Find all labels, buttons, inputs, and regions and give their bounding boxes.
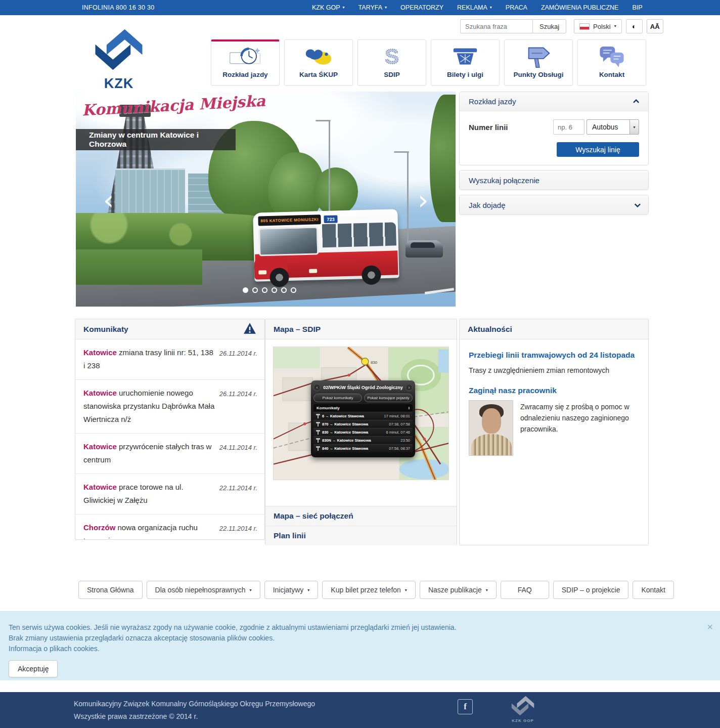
departure-row[interactable]: 870 → Katowice Stawowa 07:38, 07:58 [313, 420, 413, 428]
komunikat-item[interactable]: 22.11.2014 r. Katowice prace torowe na u… [75, 474, 264, 515]
bottom-nav-sdip-o-projekcie[interactable]: SDIP – o projekcie [553, 581, 629, 599]
komunikat-item[interactable]: 26.11.2014 r. Katowice zmiana trasy lini… [75, 339, 264, 380]
glass-building [115, 168, 185, 217]
mapa-sdip-header: Mapa – SDIP [265, 319, 457, 339]
chevron-down-icon: ▾ [486, 588, 488, 592]
bus-wheel [362, 265, 381, 285]
sdip-map-image[interactable]: 830 ‹ 02/WPKiW Śląski Ogród Zoologiczny … [273, 347, 449, 480]
vehicle-type-select[interactable]: Autobus ▼ [587, 119, 639, 135]
show-announcements-button[interactable]: Pokaż komunikaty [313, 394, 362, 402]
tile-karta-skup[interactable]: Karta ŚKUP [284, 39, 353, 85]
cookies-info-link[interactable]: Informacja o plikach cookies. [9, 644, 720, 654]
panel-header-wyszukaj-polaczenie[interactable]: Wyszukaj połączenie [460, 170, 648, 190]
top-menu-reklama[interactable]: REKLAMA▾ [457, 4, 492, 11]
font-size-button[interactable]: AĀ [647, 19, 663, 33]
plan-linii-link[interactable]: Plan linii [265, 526, 457, 545]
komunikat-item[interactable]: 26.11.2014 r. Katowice uruchomienie nowe… [75, 380, 264, 434]
departure-row[interactable]: 830 → Katowice Stawowa 6 minut, 07:46 [313, 428, 413, 436]
aktualnosci-header: Aktualności [460, 319, 648, 339]
button-label: Strona Główna [87, 586, 134, 594]
svg-text:S: S [385, 45, 399, 68]
search-button[interactable]: Szukaj [532, 19, 566, 33]
news-article-title[interactable]: Przebiegi linii tramwajowych od 24 listo… [469, 351, 639, 360]
carousel-dot[interactable] [281, 287, 287, 293]
news-article-text: Trasy z uwzględnieniem zmian remontowych [469, 365, 639, 376]
show-vehicles-button[interactable]: Pokaż kursujące pojazdy [364, 394, 413, 402]
komunikat-item[interactable]: 22.11.2014 r. Chorzów nowa organizacja r… [75, 515, 264, 540]
tile-sdip[interactable]: S SDIP [357, 39, 426, 85]
search-bar: Szukaj Polski ▾ ◐ AĀ [460, 19, 663, 33]
departure-row[interactable]: 6 → Katowice Stawowa 17 minut, 08:01 [313, 412, 413, 420]
widget-announcements-bar[interactable]: Komunikaty i [313, 404, 413, 412]
top-menu-zamowienia[interactable]: ZAMÓWIENIA PUBLICZNE [541, 4, 619, 11]
menu-label: PRACA [506, 4, 527, 11]
tile-label: Bilety i ulgi [431, 71, 499, 78]
section-title: Komunikaty [83, 325, 128, 334]
bottom-nav-niepelnosprawni[interactable]: Dla osób niepełnosprawnych▾ [147, 581, 260, 599]
vehicle-type-value: Autobus [587, 123, 618, 131]
bottom-nav-kup-bilet[interactable]: Kup bilet przez telefon▾ [322, 581, 416, 599]
close-icon[interactable]: × [707, 622, 713, 632]
tile-kontakt[interactable]: Kontakt [577, 39, 646, 85]
carousel-dot[interactable] [291, 287, 296, 293]
komunikat-date: 26.11.2014 r. [219, 388, 257, 401]
top-menu-kzk-gop[interactable]: KZK GOP▾ [312, 4, 345, 11]
tile-rozklad-jazdy[interactable]: Rozkład jazdy [211, 39, 280, 85]
bus-stop-icon [316, 446, 320, 451]
bottom-nav-inicjatywy[interactable]: Inicjatywy▾ [264, 581, 319, 599]
news-article-title[interactable]: Zaginął nasz pracownik [469, 386, 639, 395]
cookies-banner: Ten serwis używa cookies. Jeśli nie wyra… [0, 611, 720, 680]
footer-copyright: Wszystkie prawa zastrzeżone © 2014 r. [74, 710, 315, 723]
top-menu-praca[interactable]: PRACA [506, 4, 527, 11]
bottom-nav-publikacje[interactable]: Nasze publikacje▾ [420, 581, 497, 599]
widget-next-arrow[interactable]: › [406, 384, 413, 391]
contrast-icon: ◐ [632, 22, 636, 30]
top-menu-bip[interactable]: BIP [632, 4, 642, 11]
carousel-dots [243, 287, 296, 293]
bottom-nav: Strona Główna Dla osób niepełnosprawnych… [78, 581, 674, 599]
search-line-button[interactable]: Wyszukaj linię [557, 142, 639, 157]
komunikat-item[interactable]: 24.11.2014 r. Katowice przywrócenie stał… [75, 434, 264, 474]
top-menu-taryfa[interactable]: TARYFA▾ [358, 4, 387, 11]
footer-org-name: Komunikacyjny Związek Komunalny Górnoślą… [74, 698, 315, 710]
slide-caption[interactable]: Zmiany w centrum Katowice i Chorzowa [76, 129, 236, 150]
cookies-accept-button[interactable]: Akceptuję [9, 660, 58, 677]
contrast-toggle-button[interactable]: ◐ [626, 19, 643, 33]
departure-time: 23:50 [400, 438, 410, 443]
panel-header-rozklad-jazdy[interactable]: Rozkład jazdy [460, 92, 648, 111]
chat-bubbles-icon [578, 44, 646, 69]
panel-header-jak-dojade[interactable]: Jak dojadę [460, 195, 648, 215]
font-size-icon: AĀ [650, 23, 660, 30]
menu-label: REKLAMA [457, 4, 487, 11]
search-input[interactable] [460, 19, 532, 33]
panel-title: Wyszukaj połączenie [469, 176, 539, 185]
chevron-down-icon: ▾ [490, 6, 492, 10]
footer-kzk-gop-logo[interactable]: KZK GOP [507, 695, 539, 723]
top-menu-operatorzy[interactable]: OPERATORZY [400, 4, 443, 11]
departure-row[interactable]: 830N → Katowice Stawowa 23:50 [313, 436, 413, 444]
widget-prev-arrow[interactable]: ‹ [313, 384, 321, 391]
carousel-dot[interactable] [243, 287, 248, 293]
bottom-nav-strona-glowna[interactable]: Strona Główna [78, 581, 143, 599]
tile-punkty-obslugi[interactable]: Punkty Obsługi [504, 39, 573, 85]
top-menu: KZK GOP▾ TARYFA▾ OPERATORZY REKLAMA▾ PRA… [312, 0, 643, 15]
bottom-nav-faq[interactable]: FAQ [501, 581, 549, 599]
language-selector[interactable]: Polski ▾ [574, 19, 622, 33]
komunikaty-header: Komunikaty [75, 319, 264, 339]
carousel-dot[interactable] [262, 287, 267, 293]
carousel-dot[interactable] [272, 287, 277, 293]
mapa-siec-polaczen-link[interactable]: Mapa – sieć połączeń [265, 506, 457, 525]
tree [313, 167, 358, 216]
svg-text:830: 830 [371, 360, 378, 365]
carousel-dot[interactable] [252, 287, 258, 293]
departure-row[interactable]: 840 → Katowice Stawowa 07:58, 08:37 [313, 444, 413, 452]
sdip-dotted-s-icon: S [358, 44, 426, 69]
carousel-next-arrow[interactable]: › [418, 187, 429, 214]
carousel-prev-arrow[interactable]: ‹ [103, 187, 114, 214]
button-label: Inicjatywy [273, 586, 304, 594]
line-number-input[interactable] [553, 119, 584, 135]
komunikaty-section: Komunikaty 26.11.2014 r. Katowice zmiana… [75, 319, 265, 540]
tile-bilety-i-ulgi[interactable]: Bilety i ulgi [431, 39, 500, 85]
facebook-icon[interactable]: f [458, 699, 473, 714]
bottom-nav-kontakt[interactable]: Kontakt [633, 581, 673, 599]
